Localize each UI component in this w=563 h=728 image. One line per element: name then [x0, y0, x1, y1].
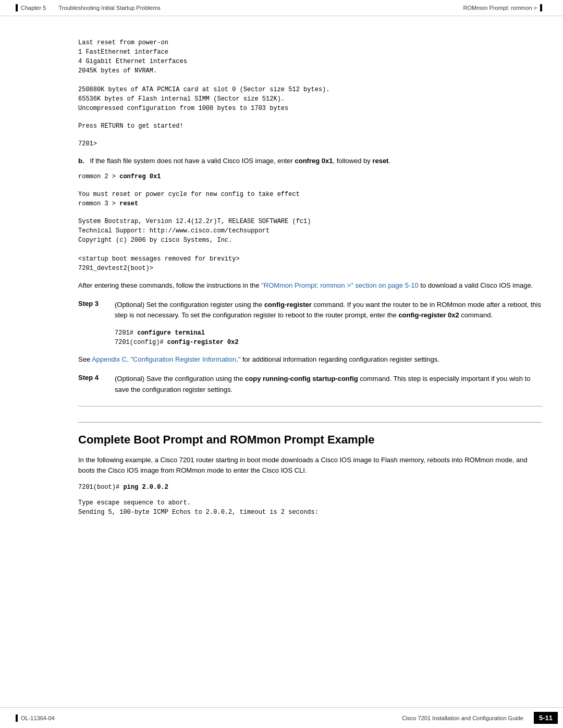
code-block-7: 7201# configure terminal 7201(config)# c… [115, 328, 542, 347]
footer-doc-id: OL-11364-04 [21, 715, 55, 721]
code-block-5-text: You must reset or power cycle for new co… [78, 191, 300, 207]
step3-text-3: command. [459, 311, 493, 319]
code-block-4-bold: confreg 0x1 [119, 173, 161, 180]
nav-bar-icon [540, 4, 542, 11]
section-intro-para: In the following example, a Cisco 7201 r… [78, 455, 542, 477]
code-block-10: Type escape sequence to abort. Sending 5… [78, 498, 542, 517]
step3-text-1: (Optional) Set the configuration registe… [115, 301, 264, 309]
code-block-1: Last reset from power-on 1 FastEthernet … [78, 38, 542, 113]
header-right: ROMmon Prompt: rommon > [463, 4, 542, 11]
after-text-2: to download a valid Cisco IOS image. [419, 281, 533, 289]
see-text-1: See [78, 355, 92, 363]
page-footer: OL-11364-04 Cisco 7201 Installation and … [0, 707, 563, 728]
code-block-7-bold: configure terminal [137, 329, 205, 337]
code-block-9: 7201(boot)# ping 2.0.0.2 [78, 483, 542, 492]
code-block-9-bold: ping 2.0.0.2 [123, 484, 168, 491]
step3-bold-1: config-register [264, 301, 312, 309]
step-b-bold-2: reset [372, 157, 388, 165]
step-b-label: b. [78, 157, 84, 165]
page-container: Chapter 5 Troubleshooting Initial Startu… [0, 0, 563, 728]
step-3-item: Step 3 (Optional) Set the configuration … [78, 300, 542, 322]
code-block-2: Press RETURN to get started! [78, 121, 542, 131]
footer-center: Cisco 7201 Installation and Configuratio… [55, 715, 534, 721]
see-para: See Appendix C, "Configuration Register … [78, 354, 542, 365]
step-4-label: Step 4 [78, 374, 104, 381]
page-header: Chapter 5 Troubleshooting Initial Startu… [0, 0, 563, 16]
step4-text-1: (Optional) Save the configuration using … [115, 375, 245, 382]
chapter-label: Chapter 5 [21, 5, 46, 11]
code-block-8-bold: config-register 0x2 [167, 339, 239, 346]
code-block-6: System Bootstrap, Version 12.4(12.2r)T, … [78, 217, 542, 273]
footer-bar-icon [16, 714, 18, 722]
see-text-2: for additional information regarding con… [240, 355, 439, 363]
chapter-title: Troubleshooting Initial Startup Problems [59, 5, 161, 11]
code-block-7-pre: 7201# [115, 329, 137, 337]
code-block-5-bold: reset [119, 200, 138, 207]
code-block-9-pre: 7201(boot)# [78, 484, 123, 491]
step-4-item: Step 4 (Optional) Save the configuration… [78, 374, 542, 396]
step3-bold-2: config-register 0x2 [398, 311, 459, 319]
code-block-8-pre: 7201(config)# [115, 339, 167, 346]
footer-left: OL-11364-04 [16, 714, 55, 722]
after-para: After entering these commands, follow th… [78, 280, 542, 291]
code-block-4-pre: rommon 2 > [78, 173, 119, 180]
step-3-label: Step 3 [78, 300, 104, 307]
content-area: Last reset from power-on 1 FastEthernet … [0, 16, 563, 539]
step-b-text-3: . [388, 157, 390, 165]
chapter-bar-icon [16, 4, 18, 11]
code-block-4: rommon 2 > confreg 0x1 [78, 172, 542, 181]
after-text-1: After entering these commands, follow th… [78, 281, 261, 289]
see-link[interactable]: Appendix C, "Configuration Register Info… [92, 355, 240, 363]
after-link[interactable]: "ROMmon Prompt: rommon >" section on pag… [261, 281, 419, 289]
section-heading: Complete Boot Prompt and ROMmon Prompt E… [78, 422, 542, 447]
step-4-content: (Optional) Save the configuration using … [115, 374, 542, 396]
footer-page-number: 5-11 [534, 712, 558, 724]
step-3-content: (Optional) Set the configuration registe… [115, 300, 542, 322]
step-b-text-1: If the flash file system does not have a… [90, 157, 295, 165]
step4-bold-1: copy running-config startup-config [245, 375, 358, 382]
code-block-5: You must reset or power cycle for new co… [78, 190, 542, 208]
step-b-text-2: , followed by [333, 157, 372, 165]
step-b-para: b. If the flash file system does not hav… [78, 156, 542, 167]
code-block-3: 7201> [78, 139, 542, 149]
header-left: Chapter 5 Troubleshooting Initial Startu… [16, 4, 161, 11]
step-b-bold-1: confreg 0x1 [295, 157, 333, 165]
section-divider [78, 406, 542, 406]
header-right-label: ROMmon Prompt: rommon > [463, 5, 537, 11]
